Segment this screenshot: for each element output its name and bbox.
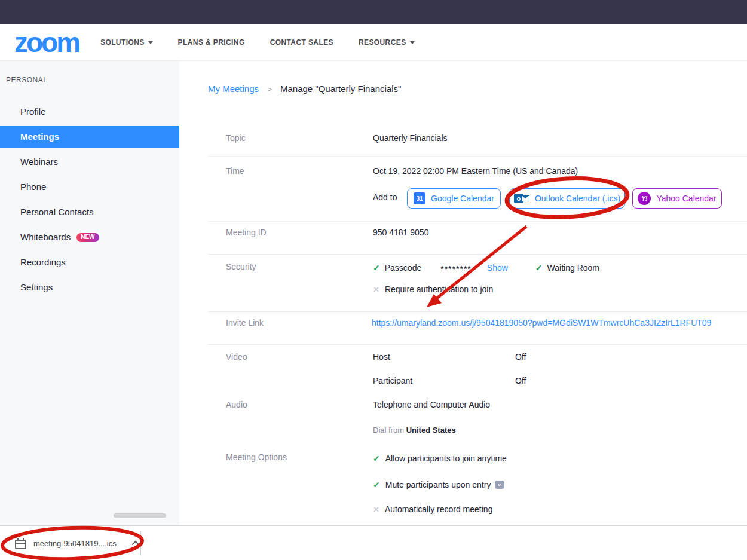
yahoo-calendar-button[interactable]: Y! Yahoo Calendar <box>632 188 722 209</box>
setting-lock-icon: v. <box>495 481 504 489</box>
row-divider <box>208 311 747 312</box>
waiting-room-label: Waiting Room <box>547 263 599 273</box>
video-host-value: Off <box>515 352 526 364</box>
video-participant-label: Participant <box>373 376 412 388</box>
check-icon: ✓ <box>373 263 380 273</box>
top-dark-bar <box>0 0 747 24</box>
option-row: ✓ Mute participants upon entry v. <box>373 479 504 491</box>
breadcrumb-current: Manage "Quarterly Financials" <box>280 84 401 94</box>
caret-down-icon <box>410 41 415 44</box>
row-divider <box>208 254 747 255</box>
row-divider <box>208 344 747 345</box>
sidebar-item-recordings[interactable]: Recordings <box>0 255 179 270</box>
meeting-id-label: Meeting ID <box>226 228 267 240</box>
check-icon: ✓ <box>373 454 380 463</box>
dial-from-row: Dial from United States <box>373 426 456 437</box>
breadcrumb-separator: > <box>267 85 272 94</box>
caret-down-icon <box>148 41 153 44</box>
nav-resources[interactable]: RESOURCES <box>359 38 415 47</box>
breadcrumb-my-meetings[interactable]: My Meetings <box>208 84 259 94</box>
option-row: ✕ Automatically record meeting <box>373 503 492 515</box>
time-value: Oct 19, 2022 02:00 PM Eastern Time (US a… <box>373 166 578 178</box>
google-calendar-button[interactable]: 31 Google Calendar <box>407 188 501 209</box>
security-row: ✓ Passcode ******** Show ✓ Waiting Room <box>373 262 599 274</box>
row-divider <box>208 156 747 157</box>
chevron-up-icon[interactable] <box>131 540 139 548</box>
outlook-calendar-button[interactable]: o Outlook Calendar (.ics) <box>509 188 625 209</box>
new-badge: NEW <box>76 233 99 242</box>
show-passcode-link[interactable]: Show <box>487 263 508 273</box>
invite-link[interactable]: https://umaryland.zoom.us/j/95041819050?… <box>372 318 711 330</box>
downloaded-filename: meeting-95041819....ics <box>33 539 117 548</box>
main-nav: SOLUTIONS PLANS & PRICING CONTACT SALES … <box>100 24 415 61</box>
cross-icon: ✕ <box>373 505 379 514</box>
calendar-file-icon <box>15 538 26 549</box>
nav-solutions[interactable]: SOLUTIONS <box>100 38 153 47</box>
topic-value: Quarterly Financials <box>373 133 448 145</box>
yahoo-icon: Y! <box>638 192 651 205</box>
video-label: Video <box>226 352 247 364</box>
video-host-label: Host <box>373 352 390 364</box>
meeting-id-value: 950 4181 9050 <box>373 228 428 240</box>
option-row: ✓ Allow participants to join anytime <box>373 452 507 464</box>
passcode-mask: ******** <box>440 264 472 274</box>
sidebar-section-personal: PERSONAL <box>6 76 47 84</box>
require-auth-label: Require authentication to join <box>385 284 493 294</box>
meeting-options-label: Meeting Options <box>226 452 287 464</box>
sidebar: PERSONAL Profile Meetings Webinars Phone… <box>0 61 179 525</box>
audio-value: Telephone and Computer Audio <box>373 400 490 412</box>
meeting-detail-panel: My Meetings > Manage "Quarterly Financia… <box>179 61 747 525</box>
horizontal-scrollbar-thumb[interactable] <box>114 513 166 518</box>
zoom-logo[interactable]: zoom <box>14 26 79 59</box>
require-auth-row: ✕ Require authentication to join <box>373 283 493 295</box>
sidebar-item-personal-contacts[interactable]: Personal Contacts <box>0 205 179 219</box>
downloads-bar-divider <box>140 531 141 555</box>
add-to-label: Add to <box>373 192 397 204</box>
dial-from-country: United States <box>406 426 456 434</box>
sidebar-item-webinars[interactable]: Webinars <box>0 155 179 169</box>
sidebar-item-whiteboards[interactable]: WhiteboardsNEW <box>0 230 179 244</box>
nav-contact-sales[interactable]: CONTACT SALES <box>270 38 333 47</box>
topic-label: Topic <box>226 133 246 145</box>
time-label: Time <box>226 166 244 178</box>
breadcrumb: My Meetings > Manage "Quarterly Financia… <box>208 84 401 96</box>
sidebar-item-meetings[interactable]: Meetings <box>0 126 179 148</box>
outlook-icon: o <box>514 193 529 204</box>
nav-plans-pricing[interactable]: PLANS & PRICING <box>178 38 245 47</box>
site-header: zoom SOLUTIONS PLANS & PRICING CONTACT S… <box>0 24 747 61</box>
check-icon: ✓ <box>373 480 380 489</box>
check-icon: ✓ <box>535 263 543 273</box>
row-divider <box>208 221 747 222</box>
sidebar-item-settings[interactable]: Settings <box>0 280 179 295</box>
downloads-bar: meeting-95041819....ics <box>0 525 747 560</box>
audio-label: Audio <box>226 400 247 412</box>
sidebar-item-phone[interactable]: Phone <box>0 180 179 194</box>
passcode-label: Passcode <box>385 263 421 273</box>
cross-icon: ✕ <box>373 285 379 294</box>
invite-link-label: Invite Link <box>226 318 264 330</box>
sidebar-item-profile[interactable]: Profile <box>0 105 179 119</box>
security-label: Security <box>226 262 256 274</box>
google-calendar-icon: 31 <box>414 192 425 204</box>
downloaded-file-item[interactable]: meeting-95041819....ics <box>0 526 140 560</box>
video-participant-value: Off <box>515 376 526 388</box>
